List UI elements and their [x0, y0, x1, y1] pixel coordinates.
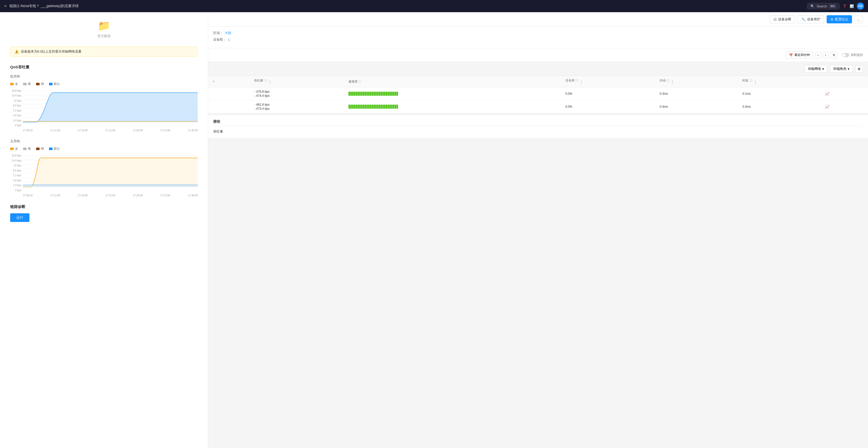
- diagnose-button[interactable]: ☑ 设备诊断: [770, 15, 795, 23]
- network-filter-button[interactable]: 传输网络 ▾: [805, 65, 827, 72]
- role-filter-button[interactable]: 对端角色 ▾: [830, 65, 853, 72]
- col-packetloss: 丢包率 ⓘ ▲▼: [561, 76, 656, 87]
- search-shortcut: ⌘K: [829, 4, 836, 8]
- region-value: 大陆: [225, 31, 231, 35]
- inbound-chart-svg: [23, 153, 198, 193]
- row1-trend[interactable]: 📈: [821, 87, 868, 100]
- info-icon-throughput[interactable]: ⓘ: [264, 79, 267, 82]
- device-count-row: 设备数： 1: [213, 37, 863, 42]
- region-row: 区域： 大陆: [213, 31, 863, 35]
- row1-packetloss: 0.0%: [561, 87, 656, 100]
- run-button[interactable]: 运行: [10, 213, 29, 222]
- time-range-button[interactable]: 📅 最近30分钟: [786, 51, 813, 59]
- maintain-label: 设备维护: [807, 17, 820, 22]
- notice-box: ⚠️ 设备版本为6.0以上支持显示传输网络流量: [10, 47, 198, 57]
- y-label-2: 14.4 bps: [10, 94, 21, 97]
- row2-throughput: ↑481.8 bps ↓473.4 bps: [250, 100, 344, 113]
- throughput-header: 吞吐量: [254, 79, 263, 82]
- trend-icon-2[interactable]: 📈: [825, 104, 830, 109]
- search-box[interactable]: 🔍 Search ⌘K: [807, 3, 840, 9]
- warning-icon: ⚠️: [14, 50, 19, 54]
- right-info: 区域： 大陆 设备数： 1: [208, 27, 868, 48]
- row2-trend[interactable]: 📈: [821, 100, 868, 113]
- outbound-label: 出方向: [0, 72, 208, 81]
- jitter-header: 抖动: [660, 79, 666, 82]
- row2-packetloss: 0.0%: [561, 100, 656, 113]
- diagnose-icon: ☑: [774, 18, 777, 21]
- x-label-7: 17:36:00: [188, 129, 198, 132]
- y-label-6: 4.8 bps: [10, 114, 21, 117]
- y-label-4: 9.6 bps: [10, 104, 21, 107]
- y-label-3: 12 bps: [10, 99, 21, 102]
- outbound-x-axis: 17:06:02 17:11:00 17:16:00 17:21:00 17:2…: [23, 128, 198, 132]
- diagnosis-title: 链路诊断: [10, 204, 198, 209]
- row2-up: 481.8 bps: [256, 103, 270, 107]
- refresh-button[interactable]: ↻: [831, 52, 838, 58]
- latency-header: 时延: [742, 79, 748, 82]
- role-filter-label: 对端角色: [833, 66, 846, 71]
- close-button[interactable]: ×: [4, 4, 7, 9]
- outbound-chart-svg: [23, 88, 198, 128]
- next-button[interactable]: ›: [823, 52, 828, 58]
- left-panel: 📁 暂无数据 ⚠️ 设备版本为6.0以上支持显示传输网络流量 QoS吞吐量 出方…: [0, 12, 208, 448]
- device-count-value: 1: [228, 38, 230, 42]
- main-container: 📁 暂无数据 ⚠️ 设备版本为6.0以上支持显示传输网络流量 QoS吞吐量 出方…: [0, 12, 868, 448]
- x-label-1: 17:06:02: [23, 129, 33, 132]
- info-icon-latency[interactable]: ⓘ: [749, 79, 752, 82]
- trend-icon-1[interactable]: 📈: [825, 92, 830, 96]
- info-icon-jitter[interactable]: ⓘ: [666, 79, 670, 82]
- row1-latency: 0.1ms: [738, 87, 821, 100]
- inbound-legend-default-label: 默认: [54, 147, 60, 151]
- inbound-legend-gold-label: 金: [15, 147, 18, 151]
- outbound-chart-body: 17:06:02 17:11:00 17:16:00 17:21:00 17:2…: [23, 88, 198, 132]
- filter-column-icon[interactable]: ▼: [212, 80, 215, 83]
- notice-text: 设备版本为6.0以上支持显示传输网络流量: [21, 49, 82, 54]
- top-header: × 链路(1-Nova专线？ ___gateway)的流量详情 🔍 Search…: [0, 0, 868, 12]
- region-label: 区域：: [213, 31, 223, 35]
- row1-jitter: 0.3ms: [656, 87, 738, 100]
- avatar[interactable]: AD: [857, 3, 864, 10]
- row1-health-bar: [348, 92, 557, 96]
- inbound-chart-container: 16.8 bps 14.4 bps 12 bps 9.6 bps 7.2 bps…: [10, 153, 198, 197]
- realtime-toggle[interactable]: [842, 53, 849, 57]
- no-data-icon: 📁: [98, 20, 111, 32]
- row2-health: [344, 100, 561, 113]
- throughput-label: 吞吐量: [213, 129, 863, 134]
- legend-default: 默认: [49, 82, 60, 86]
- table-row: ↑479.8 bps ↓474.4 bps: [208, 87, 868, 100]
- more-button[interactable]: ...: [855, 16, 863, 23]
- row2-down: 473.4 bps: [256, 107, 270, 111]
- diagnose-label: 设备诊断: [778, 17, 792, 22]
- legend-copper-label: 铜: [41, 82, 44, 86]
- configure-button[interactable]: ⚙ 配置站点: [827, 15, 852, 23]
- chart-icon[interactable]: 📊: [850, 4, 854, 8]
- network-filter-label: 传输网络: [808, 66, 821, 71]
- legend-gold: 金: [10, 82, 18, 86]
- x-label-3: 17:16:00: [78, 129, 88, 132]
- receive-section: 接收 吞吐量: [208, 115, 868, 138]
- info-icon-packetloss[interactable]: ⓘ: [576, 79, 579, 82]
- calendar-icon: 📅: [789, 53, 793, 57]
- help-icon[interactable]: ❓: [843, 4, 847, 8]
- receive-title: 接收: [213, 119, 863, 126]
- table-settings-button[interactable]: ⚙: [855, 65, 863, 72]
- chevron-down-icon-2: ▾: [848, 67, 849, 71]
- table-header-row: ▼ 吞吐量 ⓘ ▲▼ 健康度 ⓘ 丢包率 ⓘ: [208, 76, 868, 87]
- inbound-legend-silver: 银: [23, 147, 31, 151]
- qos-section-title: QoS吞吐量: [0, 60, 208, 72]
- inbound-y-axis: 16.8 bps 14.4 bps 12 bps 9.6 bps 7.2 bps…: [10, 153, 23, 197]
- search-icon: 🔍: [810, 4, 814, 8]
- inbound-legend-gold: 金: [10, 147, 18, 151]
- inbound-legend: 金 银 铜 默认: [0, 146, 208, 153]
- info-icon-health[interactable]: ⓘ: [359, 80, 362, 83]
- inbound-x-axis: 17:06:02 17:11:00 17:16:00 17:21:00 17:2…: [23, 193, 198, 197]
- maintain-icon: 🔧: [802, 18, 806, 21]
- right-top-actions: ☑ 设备诊断 🔧 设备维护 ⚙ 配置站点 ...: [208, 12, 868, 27]
- inbound-legend-copper: 铜: [36, 147, 44, 151]
- y-label-8: 0 bps: [10, 124, 21, 127]
- maintain-button[interactable]: 🔧 设备维护: [798, 15, 824, 23]
- device-count-label: 设备数：: [213, 37, 226, 42]
- row2-throughput-stats: ↑481.8 bps ↓473.4 bps: [254, 103, 340, 111]
- header-right: 🔍 Search ⌘K ❓ 📊 AD: [807, 3, 864, 10]
- prev-button[interactable]: ‹: [815, 52, 821, 58]
